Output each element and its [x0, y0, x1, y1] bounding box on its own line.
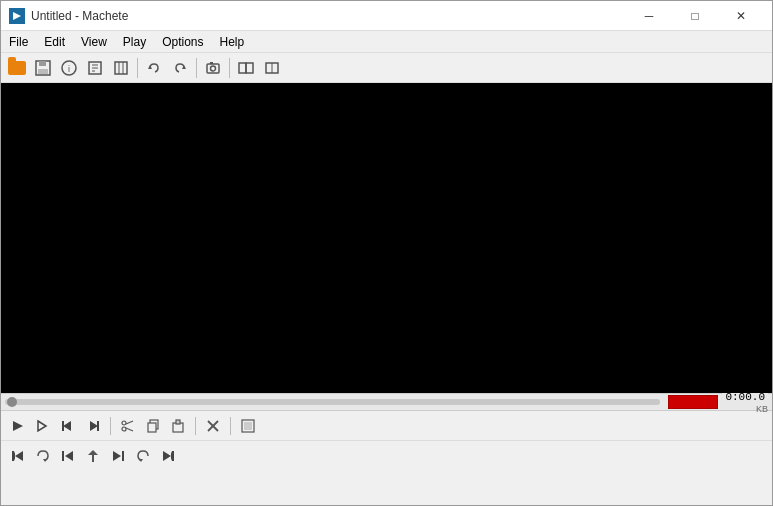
maximize-button[interactable]: □: [672, 1, 718, 31]
svg-line-31: [126, 421, 133, 424]
svg-rect-11: [115, 62, 127, 74]
svg-marker-25: [63, 421, 71, 431]
frame-right-button[interactable]: [260, 56, 284, 80]
frame-right-icon: [264, 60, 280, 76]
svg-marker-24: [38, 421, 46, 431]
svg-marker-41: [15, 451, 23, 461]
snapshot-button[interactable]: [201, 56, 225, 80]
scrubber-track[interactable]: [5, 399, 660, 405]
frame-left-icon: [238, 60, 254, 76]
snapshot-icon: [205, 60, 221, 76]
t-sep-2: [195, 417, 196, 435]
info-button[interactable]: i: [57, 56, 81, 80]
svg-rect-19: [239, 63, 246, 73]
menu-file[interactable]: File: [1, 31, 36, 53]
title-bar: Untitled - Machete ─ □ ✕: [1, 1, 772, 31]
t-sep-3: [230, 417, 231, 435]
scissors-button[interactable]: [117, 415, 139, 437]
svg-text:i: i: [68, 64, 70, 74]
paste-button[interactable]: [167, 415, 189, 437]
skip-start-icon: [11, 449, 25, 463]
next-keyframe-icon: [111, 449, 125, 463]
svg-rect-4: [38, 69, 48, 74]
delete-button[interactable]: [202, 415, 224, 437]
skip-start-button[interactable]: [7, 445, 29, 467]
menu-bar: File Edit View Play Options Help: [1, 31, 772, 53]
svg-line-32: [126, 428, 133, 431]
toolbar-separator-1: [137, 58, 138, 78]
svg-point-30: [122, 427, 126, 431]
copy-button[interactable]: [142, 415, 164, 437]
menu-view[interactable]: View: [73, 31, 115, 53]
svg-marker-27: [90, 421, 98, 431]
svg-rect-3: [39, 61, 46, 66]
redo-button[interactable]: [168, 56, 192, 80]
undo-icon: [146, 60, 162, 76]
app-icon: [9, 8, 25, 24]
frame-left-button[interactable]: [234, 56, 258, 80]
copy-icon: [146, 419, 160, 433]
svg-marker-45: [65, 451, 73, 461]
scrubber-bar: 0:00.0 KB: [1, 393, 772, 411]
transport2: [1, 441, 772, 471]
svg-marker-47: [88, 450, 98, 455]
menu-options[interactable]: Options: [154, 31, 211, 53]
loop-icon: [36, 449, 50, 463]
play-alt-button[interactable]: [32, 415, 54, 437]
svg-rect-48: [92, 455, 94, 462]
save-button[interactable]: [31, 56, 55, 80]
edit-icon: [87, 60, 103, 76]
toolbar: i: [1, 53, 772, 83]
select-all-button[interactable]: [237, 415, 259, 437]
transport1: [1, 411, 772, 441]
play-button[interactable]: [7, 415, 29, 437]
svg-point-29: [122, 421, 126, 425]
svg-rect-36: [176, 420, 180, 424]
kb-label: KB: [756, 404, 768, 414]
open-button[interactable]: [5, 56, 29, 80]
title-left: Untitled - Machete: [9, 8, 128, 24]
paste-icon: [171, 419, 185, 433]
mark-in-icon: [86, 449, 100, 463]
title-text: Untitled - Machete: [31, 9, 128, 23]
next-keyframe-button[interactable]: [107, 445, 129, 467]
menu-play[interactable]: Play: [115, 31, 154, 53]
redo-icon: [172, 60, 188, 76]
svg-marker-23: [13, 421, 23, 431]
select-all-icon: [241, 419, 255, 433]
loop2-icon: [136, 449, 150, 463]
edit-button[interactable]: [83, 56, 107, 80]
skip-end-icon: [161, 449, 175, 463]
scissors-icon: [121, 419, 135, 433]
svg-rect-20: [246, 63, 253, 73]
prev-keyframe-icon: [61, 449, 75, 463]
svg-marker-49: [113, 451, 121, 461]
loop2-button[interactable]: [132, 445, 154, 467]
toolbar-separator-2: [196, 58, 197, 78]
toolbar-separator-3: [229, 58, 230, 78]
menu-edit[interactable]: Edit: [36, 31, 73, 53]
svg-point-17: [211, 66, 216, 71]
time-counter-group: 0:00.0 KB: [722, 390, 768, 414]
undo-button[interactable]: [142, 56, 166, 80]
minimize-button[interactable]: ─: [626, 1, 672, 31]
scrubber-thumb[interactable]: [7, 397, 17, 407]
video-area: [1, 83, 772, 393]
mark-in-button[interactable]: [82, 445, 104, 467]
loop-button[interactable]: [32, 445, 54, 467]
prev-frame-button[interactable]: [57, 415, 79, 437]
skip-end-button[interactable]: [157, 445, 179, 467]
prev-keyframe-button[interactable]: [57, 445, 79, 467]
menu-help[interactable]: Help: [212, 31, 253, 53]
info-icon: i: [61, 60, 77, 76]
next-frame-button[interactable]: [82, 415, 104, 437]
svg-rect-40: [244, 422, 252, 430]
time-box: [668, 395, 718, 409]
t-sep-1: [110, 417, 111, 435]
svg-rect-18: [210, 62, 213, 64]
close-button[interactable]: ✕: [718, 1, 764, 31]
cut-frame-button[interactable]: [109, 56, 133, 80]
time-display-area: 0:00.0 KB: [668, 390, 768, 414]
delete-icon: [206, 419, 220, 433]
svg-marker-52: [163, 451, 171, 461]
